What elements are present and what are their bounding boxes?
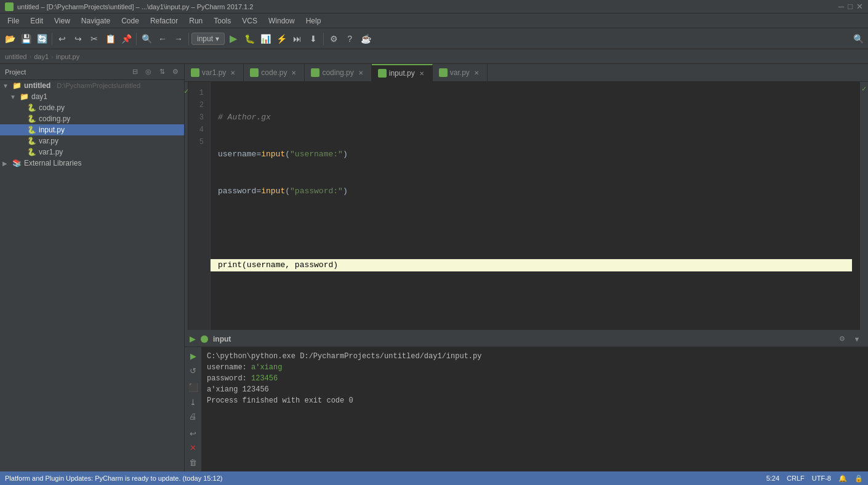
line-num-2: 2 <box>188 99 207 111</box>
run-panel-tools: ⚙ ▼ <box>836 333 863 345</box>
menu-file[interactable]: File <box>2 15 24 26</box>
breadcrumb-inputpy[interactable]: input.py <box>56 53 80 60</box>
run-config-dropdown[interactable]: input ▾ <box>191 33 225 45</box>
run-output: C:\python\python.exe D:/PycharmProjects/… <box>202 347 868 471</box>
menu-edit[interactable]: Edit <box>25 15 48 26</box>
toolbar: 📂 💾 🔄 ↩ ↪ ✂ 📋 📌 🔍 ← → input ▾ ▶ 🐛 📊 ⚡ ⏭ … <box>0 28 868 49</box>
tree-item-var1py[interactable]: ▶ 🐍 var1.py <box>0 146 184 158</box>
run-panel-title[interactable]: input <box>213 335 231 343</box>
tab-inputpy[interactable]: input.py ✕ <box>372 64 433 81</box>
sort-btn[interactable]: ⇅ <box>156 66 168 78</box>
menu-refactor[interactable]: Refactor <box>145 15 183 26</box>
step-over-btn[interactable]: ⏭ <box>290 31 305 46</box>
menu-code[interactable]: Code <box>116 15 144 26</box>
code-line-3: password=input("password:") <box>218 185 852 198</box>
code-content[interactable]: # Author.gx username=input("username:") … <box>211 82 859 330</box>
tab-close-codepy[interactable]: ✕ <box>289 68 298 77</box>
settings-tree-btn[interactable]: ⚙ <box>169 66 182 78</box>
tree-item-codingpy[interactable]: ▶ 🐍 coding.py <box>0 113 184 124</box>
run-button[interactable]: ▶ <box>226 31 241 46</box>
soft-wrap-btn[interactable]: ↩ <box>187 427 200 441</box>
breadcrumb: untitled › day1 › input.py <box>0 49 868 64</box>
separator-2 <box>136 33 137 45</box>
code-editor[interactable]: ✓ 1 2 3 4 5 # Author.gx username=input("… <box>185 82 868 330</box>
menu-tools[interactable]: Tools <box>209 15 236 26</box>
code-line-5: print(username, password) <box>211 259 852 271</box>
tab-varpy[interactable]: var.py ✕ <box>433 64 488 81</box>
run-again-btn[interactable]: ▶ <box>187 350 200 363</box>
maximize-btn[interactable]: □ <box>848 2 853 11</box>
rerun-btn[interactable]: ↺ <box>187 364 200 378</box>
tree-item-external-libs[interactable]: ▶ 📚 External Libraries <box>0 158 184 169</box>
code-print-args: username, password <box>247 260 333 270</box>
tab-icon-codingpy <box>311 68 319 77</box>
collapse-all-btn[interactable]: ⊟ <box>129 66 141 78</box>
clear-btn[interactable]: ✕ <box>187 441 200 455</box>
paste-btn[interactable]: 📌 <box>119 31 134 46</box>
back-btn[interactable]: ← <box>155 31 170 46</box>
search-btn[interactable]: 🔍 <box>139 31 154 46</box>
status-crlf[interactable]: CRLF <box>787 475 805 482</box>
tab-close-codingpy[interactable]: ✕ <box>356 68 365 77</box>
redo-btn[interactable]: ↪ <box>71 31 86 46</box>
tree-item-untitled[interactable]: ▼ 📁 untitled D:\PycharmProjects\untitled <box>0 80 184 91</box>
tree-item-inputpy[interactable]: ▶ 🐍 input.py <box>0 124 184 135</box>
menu-navigate[interactable]: Navigate <box>76 15 115 26</box>
locate-btn[interactable]: ◎ <box>142 66 155 78</box>
print-btn[interactable]: 🖨 <box>187 410 200 423</box>
tree-item-codepy[interactable]: ▶ 🐍 code.py <box>0 102 184 113</box>
coverage-btn[interactable]: 📊 <box>258 31 273 46</box>
step-into-btn[interactable]: ⬇ <box>306 31 321 46</box>
breadcrumb-day1[interactable]: day1 <box>34 53 49 60</box>
scroll-to-end-btn[interactable]: ⤓ <box>187 396 200 409</box>
sync-btn[interactable]: 🔄 <box>34 31 49 46</box>
tab-close-var1py[interactable]: ✕ <box>228 68 237 77</box>
tab-close-varpy[interactable]: ✕ <box>472 68 481 77</box>
delete-btn[interactable]: 🗑 <box>187 456 200 470</box>
tab-var1py[interactable]: var1.py ✕ <box>185 64 244 81</box>
close-btn[interactable]: ✕ <box>856 2 863 11</box>
menu-bar: File Edit View Navigate Code Refactor Ru… <box>0 14 868 28</box>
menu-run[interactable]: Run <box>184 15 207 26</box>
debug-btn[interactable]: 🐛 <box>242 31 257 46</box>
code-line-1: # Author.gx <box>218 111 852 124</box>
profile-btn[interactable]: ⚡ <box>274 31 289 46</box>
open-btn[interactable]: 📂 <box>2 31 17 46</box>
search-everywhere-btn[interactable]: 🔍 <box>851 31 866 46</box>
expand-arrow-untitled: ▼ <box>2 82 10 89</box>
stop-btn[interactable]: ⬛ <box>187 381 200 395</box>
save-btn[interactable]: 💾 <box>18 31 33 46</box>
sdk-btn[interactable]: ☕ <box>358 31 373 46</box>
breadcrumb-untitled[interactable]: untitled <box>5 53 26 60</box>
status-position[interactable]: 5:24 <box>766 475 779 482</box>
status-charset[interactable]: UTF-8 <box>812 475 831 482</box>
line-numbers: 1 2 3 4 5 <box>188 82 211 330</box>
menu-help[interactable]: Help <box>301 15 326 26</box>
help-btn[interactable]: ? <box>342 31 357 46</box>
copy-btn[interactable]: 📋 <box>103 31 118 46</box>
settings-btn[interactable]: ⚙ <box>326 31 341 46</box>
forward-btn[interactable]: → <box>171 31 186 46</box>
file-icon-varpy: 🐍 <box>27 137 36 145</box>
tree-item-day1[interactable]: ▼ 📁 day1 <box>0 91 184 102</box>
cut-btn[interactable]: ✂ <box>87 31 102 46</box>
menu-vcs[interactable]: VCS <box>237 15 262 26</box>
tab-close-inputpy[interactable]: ✕ <box>417 69 426 78</box>
minimize-btn[interactable]: ─ <box>838 2 844 11</box>
run-panel-settings-btn[interactable]: ⚙ <box>836 333 848 345</box>
separator-1 <box>52 33 52 45</box>
menu-view[interactable]: View <box>49 15 75 26</box>
code-username-var: username= <box>218 150 261 159</box>
run-panel-close-btn[interactable]: ▼ <box>851 333 863 345</box>
menu-window[interactable]: Window <box>263 15 300 26</box>
tab-icon-varpy <box>439 68 448 77</box>
tree-item-varpy[interactable]: ▶ 🐍 var.py <box>0 135 184 146</box>
undo-btn[interactable]: ↩ <box>55 31 70 46</box>
tab-codepy[interactable]: code.py ✕ <box>244 64 305 81</box>
code-input-fn-2: input <box>261 186 285 196</box>
tree-label-codepy: code.py <box>39 103 65 112</box>
status-message: Platform and Plugin Updates: PyCharm is … <box>5 475 222 482</box>
breadcrumb-sep-1: › <box>29 53 31 60</box>
tab-codingpy[interactable]: coding.py ✕ <box>305 64 371 81</box>
run-panel: ▶ input ⚙ ▼ ▶ ↺ ⬛ ⤓ 🖨 ↩ ✕ 🗑 <box>185 330 868 471</box>
